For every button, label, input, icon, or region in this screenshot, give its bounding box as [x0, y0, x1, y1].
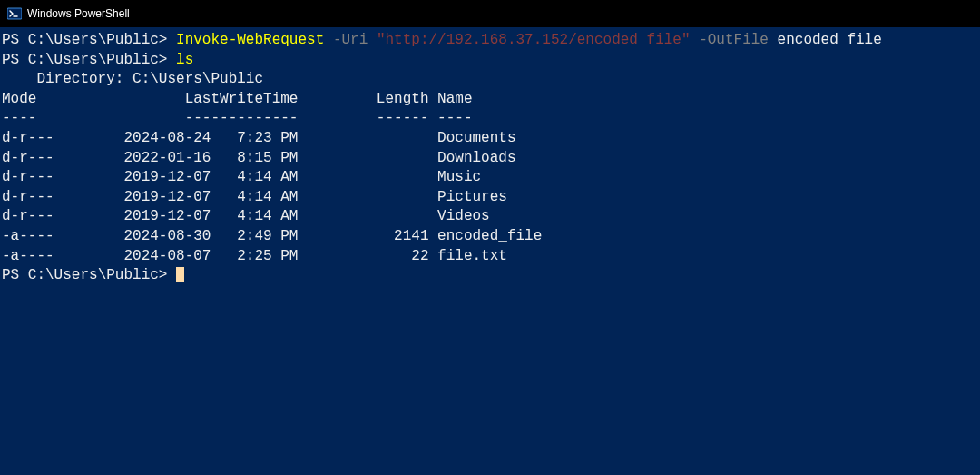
listing-header: Mode LastWriteTime Length Name [2, 90, 980, 110]
table-row: d-r--- 2019-12-07 4:14 AM Pictures [2, 188, 980, 208]
powershell-icon [7, 6, 22, 21]
command-line-3: PS C:\Users\Public> [2, 266, 980, 286]
table-row: d-r--- 2019-12-07 4:14 AM Videos [2, 207, 980, 227]
directory-line: Directory: C:\Users\Public [2, 70, 980, 90]
cursor [176, 267, 184, 282]
table-row: d-r--- 2022-01-16 8:15 PM Downloads [2, 149, 980, 169]
table-row: -a---- 2024-08-30 2:49 PM 2141 encoded_f… [2, 227, 980, 247]
titlebar[interactable]: Windows PowerShell [0, 0, 980, 27]
terminal-area[interactable]: PS C:\Users\Public> Invoke-WebRequest -U… [0, 27, 980, 475]
command-line-1: PS C:\Users\Public> Invoke-WebRequest -U… [2, 31, 980, 51]
table-row: d-r--- 2019-12-07 4:14 AM Music [2, 168, 980, 188]
command-line-2: PS C:\Users\Public> ls [2, 51, 980, 71]
table-row: d-r--- 2024-08-24 7:23 PM Documents [2, 129, 980, 149]
listing-divider: ---- ------------- ------ ---- [2, 109, 980, 129]
svg-rect-0 [7, 8, 22, 19]
window-title: Windows PowerShell [27, 7, 130, 20]
powershell-window: Windows PowerShell PS C:\Users\Public> I… [0, 0, 980, 475]
table-row: -a---- 2024-08-07 2:25 PM 22 file.txt [2, 247, 980, 267]
